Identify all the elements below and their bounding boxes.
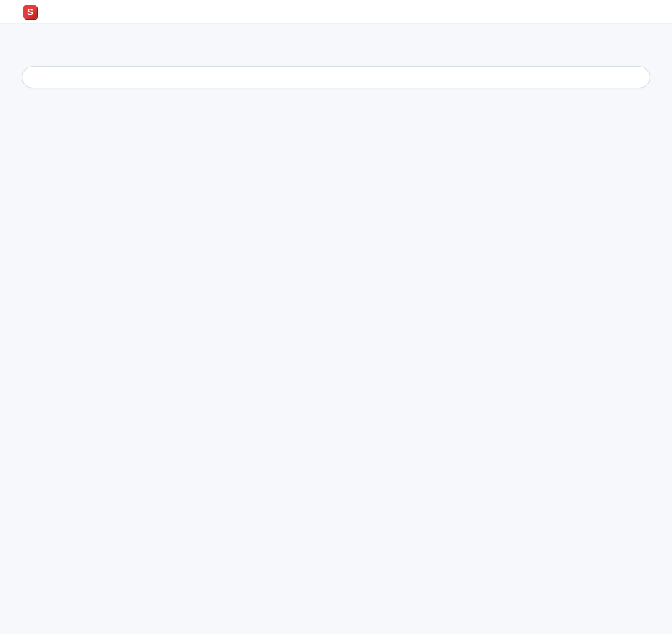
feature-search-bar[interactable] [22,66,650,88]
stirling-logo-icon: S [23,5,37,19]
brand-home-link[interactable]: S [23,5,43,19]
search-icon [33,72,43,83]
navbar: S [0,0,672,24]
main-content [0,66,672,104]
search-input[interactable] [51,72,639,83]
